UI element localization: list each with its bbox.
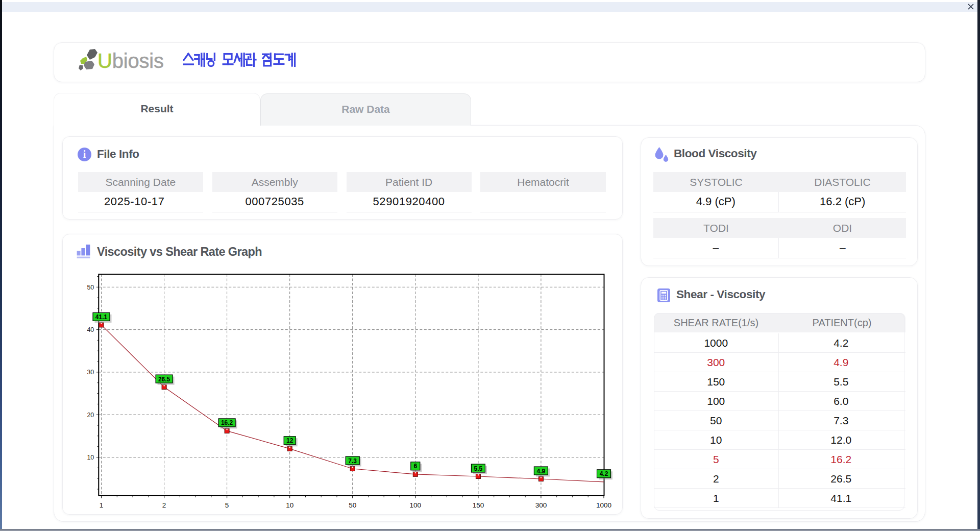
svg-text:6: 6 [413, 463, 417, 470]
svg-text:40: 40 [87, 326, 94, 333]
svg-text:50: 50 [87, 284, 94, 291]
svg-text:16.2: 16.2 [221, 419, 233, 426]
svg-text:300: 300 [535, 501, 547, 509]
svg-text:10: 10 [87, 454, 94, 461]
svg-text:7.3: 7.3 [348, 457, 357, 465]
svg-text:5: 5 [225, 501, 229, 509]
svg-text:150: 150 [473, 501, 484, 509]
svg-text:41.1: 41.1 [95, 313, 108, 321]
svg-text:5.5: 5.5 [474, 465, 483, 472]
svg-text:26.5: 26.5 [158, 376, 170, 383]
svg-text:2: 2 [162, 501, 166, 509]
svg-text:100: 100 [410, 501, 422, 509]
svg-text:30: 30 [87, 369, 94, 376]
svg-text:50: 50 [349, 501, 356, 509]
svg-text:1: 1 [100, 501, 104, 509]
svg-text:20: 20 [87, 412, 94, 419]
svg-text:10: 10 [286, 501, 293, 509]
svg-text:1000: 1000 [596, 501, 611, 509]
svg-text:4.9: 4.9 [537, 468, 546, 475]
svg-text:4.2: 4.2 [600, 470, 608, 477]
svg-text:12: 12 [286, 437, 293, 444]
